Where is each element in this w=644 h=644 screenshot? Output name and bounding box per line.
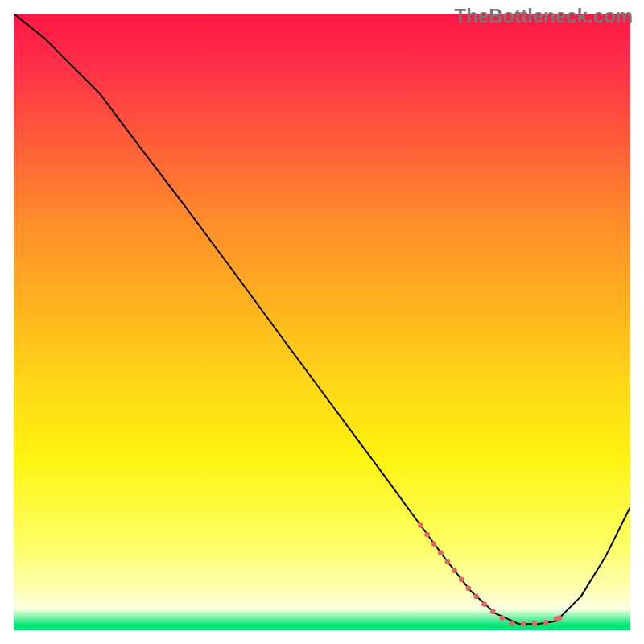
chart-svg	[14, 14, 630, 630]
svg-point-3	[438, 550, 444, 555]
svg-point-11	[499, 615, 505, 621]
svg-point-7	[466, 585, 472, 591]
svg-point-10	[490, 609, 496, 614]
svg-point-6	[459, 577, 464, 583]
svg-point-14	[532, 621, 538, 627]
chart-background	[14, 14, 630, 630]
svg-point-5	[452, 568, 457, 574]
svg-point-12	[510, 621, 515, 626]
svg-point-0	[418, 522, 423, 528]
watermark-text: TheBottleneck.com	[455, 5, 633, 27]
svg-point-9	[481, 601, 487, 607]
svg-point-15	[543, 620, 549, 625]
svg-point-2	[431, 541, 437, 547]
svg-point-4	[445, 559, 451, 564]
chart-plot-area	[14, 14, 630, 630]
svg-point-13	[521, 621, 526, 627]
svg-point-1	[424, 532, 430, 538]
svg-point-17	[557, 615, 563, 621]
svg-point-8	[473, 594, 479, 600]
